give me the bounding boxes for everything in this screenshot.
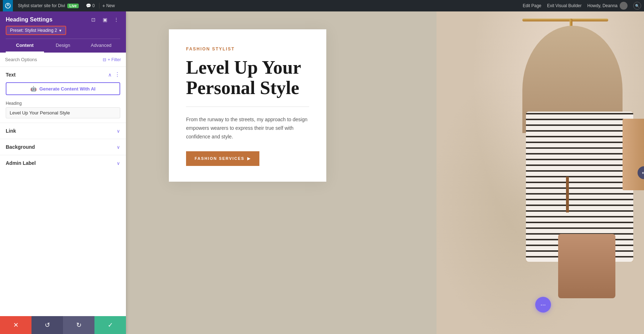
background-chevron-icon: ∨: [117, 144, 120, 150]
edit-page-btn[interactable]: Edit Page: [523, 3, 541, 8]
admin-label-chevron-icon: ∨: [117, 161, 120, 166]
bag-strap: [566, 177, 569, 212]
exit-builder-btn[interactable]: Exit Visual Builder: [547, 3, 582, 8]
link-chevron-icon: ∨: [117, 128, 120, 134]
live-badge: Live: [67, 4, 79, 8]
search-icon[interactable]: 🔍: [633, 2, 641, 10]
main-content: FASHION STYLIST Level Up Your Personal S…: [126, 11, 644, 334]
top-nav-actions: Edit Page Exit Visual Builder Howdy, Dea…: [523, 2, 641, 10]
arm-partial: [623, 119, 644, 190]
undo-button[interactable]: ↺: [31, 316, 63, 334]
wordpress-icon[interactable]: [3, 0, 13, 11]
rack-horizontal: [522, 19, 608, 21]
redo-icon: ↻: [76, 321, 82, 329]
heading-field-label: Heading: [6, 101, 120, 106]
undo-icon: ↺: [45, 321, 50, 329]
new-nav[interactable]: + New: [99, 3, 118, 9]
background-section: Background ∨: [0, 139, 126, 155]
card-tag: FASHION STYLIST: [186, 46, 309, 51]
text-dots-icon[interactable]: ⋮: [114, 71, 120, 78]
link-section-header[interactable]: Link ∨: [0, 123, 126, 139]
ai-generate-button[interactable]: 🤖 Generate Content With AI: [6, 82, 120, 95]
panel-title-row: Heading Settings ⊡ ▣ ⋮: [6, 16, 120, 24]
top-nav: Stylist starter site for Divi Live 💬 0 +…: [0, 0, 644, 11]
tab-content[interactable]: Content: [6, 39, 44, 53]
cancel-icon: ✕: [13, 321, 19, 329]
tab-design[interactable]: Design: [44, 39, 82, 53]
card-body-text: From the runway to the streets, my appro…: [186, 116, 309, 141]
comments-nav[interactable]: 💬 0: [84, 3, 97, 8]
panel-title: Heading Settings: [6, 16, 53, 23]
preset-label: Preset: Stylist Heading 2: [10, 28, 57, 33]
link-label: Link: [6, 128, 16, 134]
hero-section: FASHION STYLIST Level Up Your Personal S…: [126, 11, 644, 334]
drag-icon: ⇔: [642, 170, 644, 176]
background-section-header[interactable]: Background ∨: [0, 139, 126, 155]
save-button[interactable]: ✓: [94, 316, 126, 334]
fashion-services-button[interactable]: FASHION SERVICES ▶: [186, 151, 259, 166]
bottom-bar: ✕ ↺ ↻ ✓: [0, 316, 126, 334]
site-name-nav[interactable]: Stylist starter site for Divi Live: [15, 3, 82, 8]
admin-label-label: Admin Label: [6, 160, 36, 166]
plus-icon: +: [102, 3, 105, 9]
bag-illustration: [558, 234, 615, 298]
tab-advanced[interactable]: Advanced: [82, 39, 120, 53]
text-chevron-icon[interactable]: ∧: [108, 72, 112, 78]
filter-icon: ⊟: [103, 57, 106, 62]
panel-header: Heading Settings ⊡ ▣ ⋮ Preset: Stylist H…: [0, 11, 126, 53]
left-panel: Heading Settings ⊡ ▣ ⋮ Preset: Stylist H…: [0, 11, 126, 334]
preset-row[interactable]: Preset: Stylist Heading 2 ▼: [6, 26, 66, 35]
save-icon: ✓: [108, 321, 113, 329]
text-section-actions: ∧ ⋮: [108, 71, 120, 78]
more-icon[interactable]: ⋮: [112, 16, 120, 24]
search-filter-row: ⊟ + Filter: [0, 53, 126, 67]
filter-button[interactable]: ⊟ + Filter: [103, 57, 121, 62]
heading-input[interactable]: [6, 107, 120, 118]
cancel-button[interactable]: ✕: [0, 316, 31, 334]
admin-label-section-header[interactable]: Admin Label ∨: [0, 155, 126, 171]
text-section-header[interactable]: Text ∧ ⋮: [0, 67, 126, 81]
more-options-icon: ···: [540, 301, 546, 309]
background-label: Background: [6, 144, 35, 150]
button-arrow-icon: ▶: [247, 156, 251, 161]
panel-body: ⊟ + Filter Text ∧ ⋮ 🤖 Generate Content W…: [0, 53, 126, 334]
card-divider: [186, 107, 309, 107]
more-options-button[interactable]: ···: [535, 297, 551, 313]
hero-right: ···: [436, 11, 644, 334]
heading-field-group: Heading: [0, 99, 126, 123]
panel-header-icons: ⊡ ▣ ⋮: [89, 16, 120, 24]
columns-icon[interactable]: ▣: [101, 16, 109, 24]
panel-tabs: Content Design Advanced: [6, 39, 120, 53]
ai-icon: 🤖: [30, 86, 36, 92]
preset-arrow-icon: ▼: [58, 29, 62, 33]
search-input-wrap: [5, 56, 100, 63]
admin-label-section: Admin Label ∨: [0, 155, 126, 171]
viewport-icon[interactable]: ⊡: [89, 16, 97, 24]
search-input[interactable]: [5, 56, 100, 63]
text-section-label: Text: [6, 72, 16, 78]
link-section: Link ∨: [0, 123, 126, 139]
fashion-photo: [436, 11, 644, 334]
redo-button[interactable]: ↻: [63, 316, 94, 334]
comment-icon: 💬: [86, 3, 91, 8]
content-card: FASHION STYLIST Level Up Your Personal S…: [169, 29, 326, 182]
user-greeting: Howdy, Deanna: [587, 2, 628, 10]
avatar: [620, 2, 628, 10]
card-heading: Level Up Your Personal Style: [186, 57, 309, 98]
